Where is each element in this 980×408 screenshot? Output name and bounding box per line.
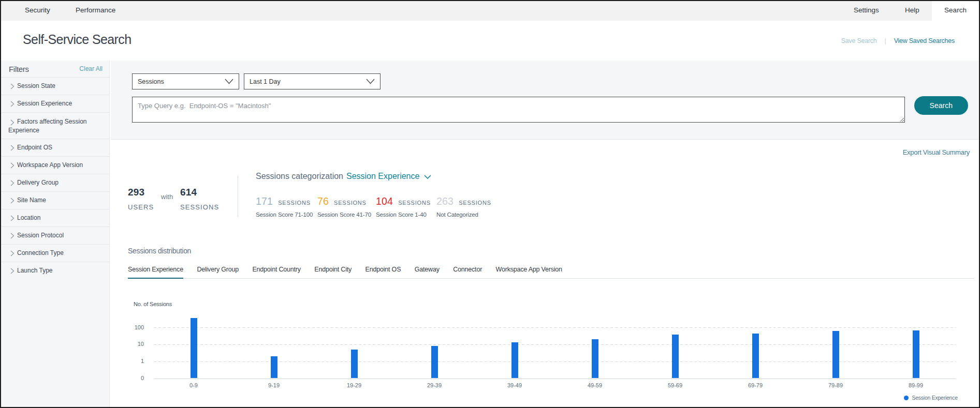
chart-y-tick-0: 0 [111, 375, 144, 382]
results-section: Export Visual Summary 293 USERS with 614… [111, 140, 980, 408]
top-navigation: Security Performance Settings Help Searc… [0, 0, 980, 21]
chevron-right-icon [10, 250, 14, 256]
entity-select-dropdown[interactable]: Sessions [132, 73, 239, 89]
chevron-right-icon [10, 145, 14, 151]
filter-item-location[interactable]: Location [0, 209, 109, 227]
chart-bar-89-99[interactable] [913, 330, 919, 379]
filters-list: Session StateSession ExperienceFactors a… [0, 78, 109, 280]
chart-x-tick-89-99: 89-99 [895, 382, 937, 388]
chevron-right-icon [10, 101, 14, 107]
chart-x-axis-line [154, 379, 956, 379]
clear-all-filters-link[interactable]: Clear All [79, 65, 103, 72]
filter-item-label: Site Name [17, 197, 46, 204]
chart-bar-9-19[interactable] [271, 356, 277, 379]
header-links-separator: | [885, 37, 886, 44]
filter-item-site-name[interactable]: Site Name [0, 192, 109, 209]
chart-bar-29-39[interactable] [431, 346, 438, 378]
filter-item-label: Connection Type [17, 249, 64, 256]
time-range-select-value: Last 1 Day [250, 78, 366, 85]
chevron-right-icon [10, 268, 14, 274]
nav-item-help[interactable]: Help [905, 0, 919, 21]
legend-dot-icon [904, 396, 909, 400]
filter-item-label: Endpoint OS [17, 144, 52, 151]
filter-item-label: Session Experience [17, 100, 72, 107]
filters-sidebar: Filters Clear All Session StateSession E… [0, 61, 110, 408]
chart-y-tick-1: 1 [111, 358, 144, 365]
chart-gridline-100 [154, 327, 956, 328]
nav-item-settings[interactable]: Settings [854, 0, 879, 21]
filters-header: Filters Clear All [0, 61, 109, 78]
filter-item-delivery-group[interactable]: Delivery Group [0, 174, 109, 192]
chevron-right-icon [10, 180, 14, 186]
filter-item-session-state[interactable]: Session State [0, 78, 109, 95]
chart-x-tick-9-19: 9-19 [253, 382, 295, 388]
chart-y-tick-10: 10 [111, 341, 144, 347]
entity-select-value: Sessions [138, 78, 225, 85]
legend-label: Session Experience [912, 395, 958, 401]
chevron-right-icon [10, 119, 14, 126]
chevron-right-icon [10, 162, 14, 169]
chart-x-tick-0-9: 0-9 [173, 382, 214, 388]
header-links: Save Search | View Saved Searches [841, 21, 955, 61]
save-search-link[interactable]: Save Search [841, 37, 877, 44]
chart-x-tick-39-49: 39-49 [494, 382, 535, 388]
sessions-distribution-chart: No. of Sessions 10010100-99-1919-2929-39… [111, 140, 980, 408]
filter-item-session-experience[interactable]: Session Experience [0, 95, 109, 113]
search-panel: Sessions Last 1 Day Search [111, 61, 980, 140]
filter-item-endpoint-os[interactable]: Endpoint OS [0, 139, 109, 157]
chart-y-tick-100: 100 [111, 324, 144, 331]
page-header: Self-Service Search Save Search | View S… [0, 21, 980, 61]
filter-item-label: Session State [17, 82, 55, 89]
filters-title: Filters [9, 65, 79, 73]
chevron-right-icon [10, 83, 14, 89]
chart-x-tick-59-69: 59-69 [654, 382, 696, 388]
chart-x-tick-29-39: 29-39 [414, 382, 455, 388]
filter-item-workspace-app-version[interactable]: Workspace App Version [0, 157, 109, 174]
page-title: Self-Service Search [23, 32, 131, 47]
filter-item-label: Session Protocol [17, 232, 64, 239]
chart-legend: Session Experience [904, 395, 958, 401]
chart-y-axis-label: No. of Sessions [134, 301, 172, 307]
view-saved-searches-link[interactable]: View Saved Searches [894, 37, 955, 44]
chart-bar-79-89[interactable] [832, 331, 839, 379]
filter-item-label: Location [17, 214, 40, 221]
chart-bar-49-59[interactable] [592, 339, 598, 379]
filter-item-label: Workspace App Version [17, 161, 83, 169]
chart-bar-69-79[interactable] [752, 334, 759, 379]
chart-bar-0-9[interactable] [191, 318, 197, 379]
chart-x-tick-49-59: 49-59 [574, 382, 616, 388]
chevron-down-icon [366, 79, 375, 84]
filter-item-label: Delivery Group [17, 179, 58, 186]
chevron-right-icon [10, 233, 14, 239]
chevron-down-icon [225, 79, 233, 84]
filter-item-label: Launch Type [17, 267, 53, 274]
chevron-right-icon [10, 198, 14, 204]
chart-x-tick-69-79: 69-79 [735, 382, 776, 388]
chart-bar-19-29[interactable] [351, 350, 358, 379]
chart-bar-59-69[interactable] [672, 335, 679, 379]
time-range-select-dropdown[interactable]: Last 1 Day [244, 73, 381, 89]
chart-bar-39-49[interactable] [511, 342, 518, 378]
query-input[interactable] [132, 97, 905, 123]
chart-x-tick-19-29: 19-29 [333, 382, 375, 388]
nav-item-security[interactable]: Security [25, 0, 50, 21]
filter-item-launch-type[interactable]: Launch Type [0, 262, 109, 280]
filter-item-factors-affecting-session-experience[interactable]: Factors affecting Session Experience [0, 113, 109, 139]
filter-item-label: Factors affecting Session Experience [8, 118, 87, 134]
search-button[interactable]: Search [914, 96, 969, 115]
chevron-right-icon [10, 215, 14, 221]
nav-tab-search-active[interactable]: Search [932, 0, 979, 21]
filter-item-session-protocol[interactable]: Session Protocol [0, 227, 109, 245]
nav-item-performance[interactable]: Performance [76, 0, 115, 21]
chart-x-tick-79-89: 79-89 [815, 382, 856, 388]
filter-item-connection-type[interactable]: Connection Type [0, 245, 109, 262]
